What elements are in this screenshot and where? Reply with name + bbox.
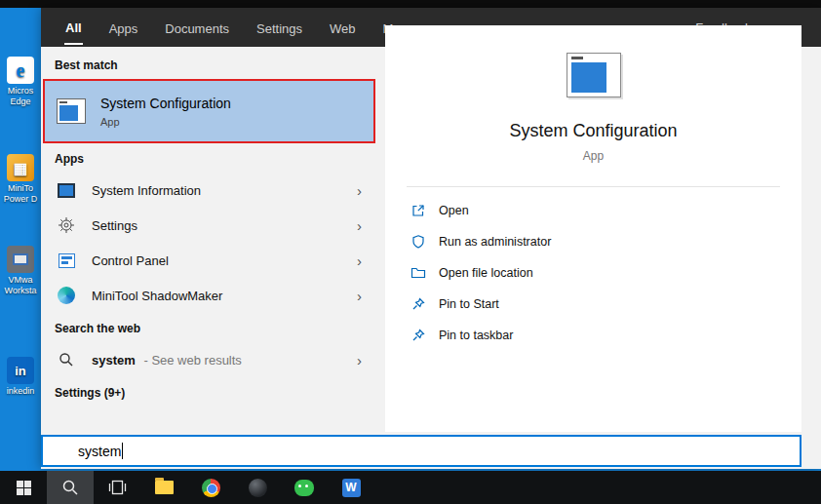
wps-button[interactable]: W [328,471,374,504]
desktop-icon-label: Power D [0,194,41,205]
text-caret [122,443,123,459]
action-label: Open [439,204,469,217]
minitool-power-icon: ▦ [7,154,34,181]
chevron-right-icon[interactable]: › [357,217,362,234]
start-button[interactable] [0,471,47,504]
action-open[interactable]: Open [385,195,801,226]
result-preview-panel: System Configuration App Open Run as adm… [385,25,801,432]
browser-sphere-button[interactable] [234,471,281,504]
result-control-panel[interactable]: Control Panel › [41,243,375,278]
settings-group-header[interactable]: Settings (9+) [55,386,375,400]
taskbar: W [0,471,821,504]
taskbar-search-button[interactable] [47,471,94,504]
preview-subtitle: App [385,149,801,163]
apps-header: Apps [55,152,375,166]
tab-all[interactable]: All [64,11,83,45]
action-label: Pin to taskbar [439,329,513,342]
desktop-icon-edge[interactable]: e Micros Edge [0,57,41,107]
linkedin-icon: in [7,357,34,384]
action-run-as-administrator[interactable]: Run as administrator [385,226,801,257]
minitool-shadowmaker-icon [57,286,76,305]
chrome-button[interactable] [187,471,234,504]
system-configuration-large-icon [567,53,621,97]
best-match-subtitle: App [100,116,231,128]
desktop-icon-label: MiniTo [0,183,41,194]
desktop-icon-label: Edge [0,97,41,107]
action-pin-to-start[interactable]: Pin to Start [385,289,801,320]
admin-shield-icon [410,234,426,250]
chevron-right-icon[interactable]: › [357,288,362,304]
task-view-button[interactable] [94,471,140,504]
preview-title: System Configuration [385,121,801,141]
edge-icon: e [7,57,34,84]
best-match-result-system-configuration[interactable]: System Configuration App [43,79,375,143]
system-information-icon [57,180,76,200]
desktop-icon-vmware[interactable]: VMwa Worksta [0,246,41,296]
action-label: Run as administrator [439,235,551,249]
windows-logo-icon [17,481,31,495]
result-web-search[interactable]: system - See web results › [41,342,375,377]
tab-web[interactable]: Web [329,12,357,44]
chevron-right-icon[interactable]: › [357,182,362,199]
system-configuration-icon [57,98,86,124]
search-input[interactable]: system [41,435,801,467]
best-match-title: System Configuration [100,96,231,111]
sphere-app-icon [249,479,267,497]
wechat-icon [294,480,314,496]
vmware-icon [7,246,34,273]
folder-icon [410,265,426,281]
pin-icon [410,328,426,343]
result-label: MiniTool ShadowMaker [92,289,222,303]
desktop-screen: e Micros Edge ▦ MiniTo Power D VMwa Work… [0,0,821,504]
search-the-web-header: Search the web [55,322,375,335]
desktop-icon-label: VMwa [0,275,41,286]
search-flyout-window: All Apps Documents Settings Web More ▾ F… [41,8,821,469]
file-explorer-button[interactable] [140,471,187,504]
result-label: System Information [92,183,201,198]
file-explorer-icon [155,481,174,494]
desktop-icon-minitool-power[interactable]: ▦ MiniTo Power D [0,154,41,205]
open-icon [410,203,426,218]
tab-settings[interactable]: Settings [255,12,303,44]
settings-gear-icon [57,215,76,235]
result-label: Control Panel [92,253,169,268]
search-input-value: system [78,444,121,459]
web-suffix-text: - See web results [143,353,241,368]
desktop-icon-linkedin[interactable]: in inkedin [0,357,41,397]
action-open-file-location[interactable]: Open file location [385,257,801,289]
result-minitool-shadowmaker[interactable]: MiniTool ShadowMaker › [41,278,375,313]
divider [407,186,780,187]
tab-documents[interactable]: Documents [164,12,230,44]
control-panel-icon [57,251,76,270]
result-system-information[interactable]: System Information › [41,173,375,208]
desktop-icon-label: Worksta [0,286,41,296]
action-label: Open file location [439,266,533,280]
best-match-header: Best match [55,58,375,72]
result-settings[interactable]: Settings › [41,208,375,243]
result-label: Settings [92,218,137,233]
wps-icon: W [342,479,361,497]
chevron-right-icon[interactable]: › [357,352,362,368]
action-label: Pin to Start [439,297,499,311]
search-icon [57,350,76,369]
task-view-icon [108,480,127,495]
pin-icon [410,296,426,312]
wechat-button[interactable] [281,471,328,504]
desktop-icon-label: inkedin [0,386,41,397]
action-pin-to-taskbar[interactable]: Pin to taskbar [385,320,801,351]
chevron-right-icon[interactable]: › [357,252,362,269]
chrome-icon [202,479,220,497]
web-query-text: system [92,353,136,368]
cutoff-top-strip [0,0,821,8]
search-icon [61,479,79,496]
search-results-panel: Best match System Configuration App Apps… [41,47,375,435]
desktop-icon-label: Micros [0,86,41,97]
tab-apps[interactable]: Apps [108,12,139,44]
